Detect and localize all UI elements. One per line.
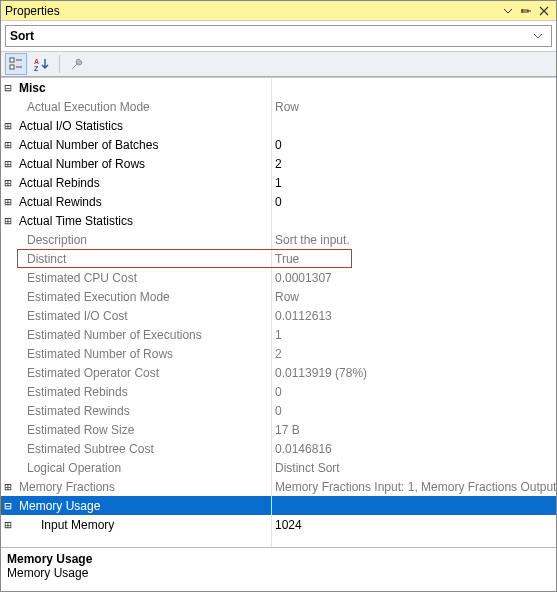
property-label: Distinct: [15, 252, 271, 266]
alphabetical-button[interactable]: A Z: [31, 53, 53, 75]
toolbar: A Z: [1, 51, 556, 77]
expand-icon[interactable]: ⊞: [1, 119, 15, 133]
expand-icon[interactable]: ⊞: [1, 195, 15, 209]
property-value: 0.0001307: [271, 271, 556, 285]
property-row-actual-rebinds[interactable]: ⊞Actual Rebinds1: [1, 173, 556, 192]
collapse-icon[interactable]: ⊟: [1, 81, 15, 95]
wrench-icon[interactable]: [66, 53, 88, 75]
chevron-down-icon[interactable]: [533, 31, 547, 41]
object-selector[interactable]: Sort: [5, 25, 552, 47]
property-label: Estimated I/O Cost: [15, 309, 271, 323]
dropdown-icon[interactable]: [500, 3, 516, 19]
property-row-est-rewinds[interactable]: Estimated Rewinds0: [1, 401, 556, 420]
property-row-actual-time-stats[interactable]: ⊞Actual Time Statistics: [1, 211, 556, 230]
window-title: Properties: [5, 4, 498, 18]
property-row-actual-io-stats[interactable]: ⊞Actual I/O Statistics: [1, 116, 556, 135]
property-label: Estimated Rebinds: [15, 385, 271, 399]
svg-rect-3: [10, 58, 14, 62]
category-label: Misc: [15, 81, 271, 95]
property-value: 0: [271, 404, 556, 418]
expand-icon[interactable]: ⊞: [1, 138, 15, 152]
property-label: Actual Number of Batches: [15, 138, 271, 152]
expand-icon[interactable]: ⊞: [1, 214, 15, 228]
property-label: Estimated Rewinds: [15, 404, 271, 418]
property-value: 2: [271, 347, 556, 361]
property-row-actual-exec-mode[interactable]: Actual Execution ModeRow: [1, 97, 556, 116]
property-value: 1024: [271, 518, 556, 532]
property-row-description[interactable]: DescriptionSort the input.: [1, 230, 556, 249]
property-row-input-memory[interactable]: ⊞Input Memory1024: [1, 515, 556, 534]
expand-icon[interactable]: ⊞: [1, 518, 15, 532]
property-row-distinct[interactable]: DistinctTrue: [1, 249, 556, 268]
property-label: Description: [15, 233, 271, 247]
property-value: 0.0112613: [271, 309, 556, 323]
property-value: 17 B: [271, 423, 556, 437]
property-value: Row: [271, 100, 556, 114]
expand-icon[interactable]: ⊞: [1, 480, 15, 494]
property-value: True: [271, 252, 556, 266]
property-value: 0.0146816: [271, 442, 556, 456]
svg-rect-0: [522, 10, 528, 12]
property-value: 0: [271, 138, 556, 152]
property-row-est-cpu-cost[interactable]: Estimated CPU Cost0.0001307: [1, 268, 556, 287]
property-label: Estimated Row Size: [15, 423, 271, 437]
svg-rect-4: [10, 65, 14, 69]
property-label: Actual Execution Mode: [15, 100, 271, 114]
property-row-mem-usage[interactable]: ⊟Memory Usage: [1, 496, 556, 515]
description-body: Memory Usage: [7, 566, 550, 580]
property-row-est-num-rows[interactable]: Estimated Number of Rows2: [1, 344, 556, 363]
property-value: 2: [271, 157, 556, 171]
property-value: Sort the input.: [271, 233, 556, 247]
pin-icon[interactable]: [518, 3, 534, 19]
description-title: Memory Usage: [7, 552, 550, 566]
property-label: Memory Fractions: [15, 480, 271, 494]
property-row-est-rebinds[interactable]: Estimated Rebinds0: [1, 382, 556, 401]
property-value: 1: [271, 176, 556, 190]
property-row-est-row-size[interactable]: Estimated Row Size17 B: [1, 420, 556, 439]
property-value: 0: [271, 385, 556, 399]
category-row-misc[interactable]: ⊟ Misc: [1, 78, 556, 97]
property-row-est-subtree-cost[interactable]: Estimated Subtree Cost0.0146816: [1, 439, 556, 458]
categorized-button[interactable]: [5, 53, 27, 75]
collapse-icon[interactable]: ⊟: [1, 499, 15, 513]
svg-text:Z: Z: [34, 65, 39, 71]
property-value: 1: [271, 328, 556, 342]
property-label: Estimated Operator Cost: [15, 366, 271, 380]
property-label: Estimated CPU Cost: [15, 271, 271, 285]
property-row-est-exec-mode[interactable]: Estimated Execution ModeRow: [1, 287, 556, 306]
expand-icon[interactable]: ⊞: [1, 157, 15, 171]
property-label: Estimated Subtree Cost: [15, 442, 271, 456]
column-divider[interactable]: [271, 78, 272, 547]
property-value: Memory Fractions Input: 1, Memory Fracti…: [271, 480, 556, 494]
property-row-actual-batches[interactable]: ⊞Actual Number of Batches0: [1, 135, 556, 154]
property-row-est-num-exec[interactable]: Estimated Number of Executions1: [1, 325, 556, 344]
property-row-est-op-cost[interactable]: Estimated Operator Cost0.0113919 (78%): [1, 363, 556, 382]
property-grid: ⊟ Misc Actual Execution ModeRow⊞Actual I…: [1, 77, 556, 547]
property-label: Estimated Number of Executions: [15, 328, 271, 342]
property-label: Actual Time Statistics: [15, 214, 271, 228]
svg-text:A: A: [34, 58, 39, 65]
toolbar-separator: [59, 55, 60, 73]
property-value: 0: [271, 195, 556, 209]
property-row-actual-rows[interactable]: ⊞Actual Number of Rows2: [1, 154, 556, 173]
description-pane: Memory Usage Memory Usage: [1, 547, 556, 591]
property-label: Estimated Execution Mode: [15, 290, 271, 304]
property-value: Distinct Sort: [271, 461, 556, 475]
property-row-est-io-cost[interactable]: Estimated I/O Cost0.0112613: [1, 306, 556, 325]
property-label: Logical Operation: [15, 461, 271, 475]
property-label: Estimated Number of Rows: [15, 347, 271, 361]
close-icon[interactable]: [536, 3, 552, 19]
titlebar: Properties: [1, 1, 556, 21]
property-label: Actual Rebinds: [15, 176, 271, 190]
expand-icon[interactable]: ⊞: [1, 176, 15, 190]
property-label: Actual I/O Statistics: [15, 119, 271, 133]
property-label: Input Memory: [15, 518, 271, 532]
property-label: Memory Usage: [15, 499, 271, 513]
object-name: Sort: [10, 29, 533, 43]
property-row-logical-op[interactable]: Logical OperationDistinct Sort: [1, 458, 556, 477]
property-label: Actual Rewinds: [15, 195, 271, 209]
property-row-mem-fractions[interactable]: ⊞Memory FractionsMemory Fractions Input:…: [1, 477, 556, 496]
property-row-actual-rewinds[interactable]: ⊞Actual Rewinds0: [1, 192, 556, 211]
property-value: 0.0113919 (78%): [271, 366, 556, 380]
property-value: Row: [271, 290, 556, 304]
